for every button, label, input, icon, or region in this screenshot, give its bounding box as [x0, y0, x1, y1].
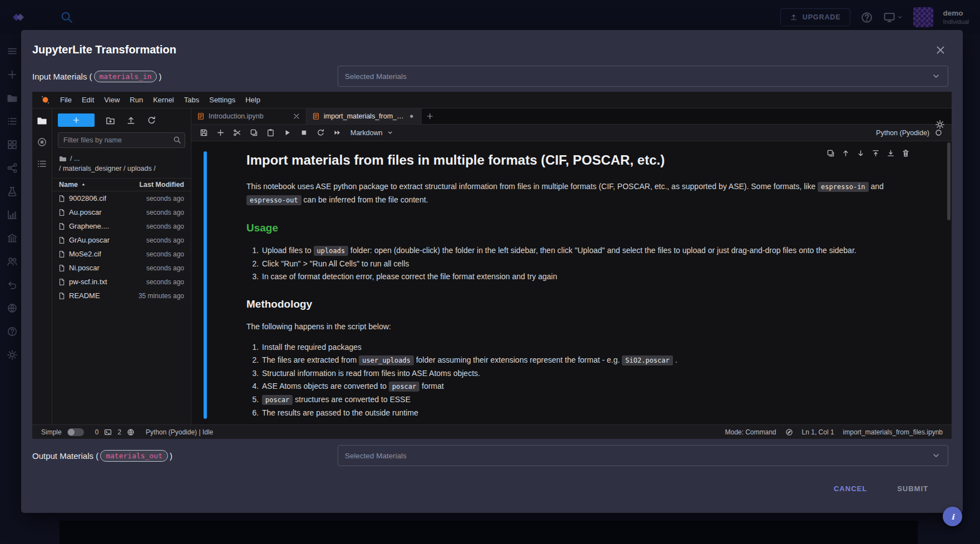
- terminals-count: 0: [95, 428, 99, 436]
- menu-run[interactable]: Run: [125, 93, 148, 106]
- info-fab[interactable]: i: [943, 507, 962, 526]
- submit-button[interactable]: SUBMIT: [894, 480, 932, 497]
- md-title: Import materials from files in multiple …: [246, 151, 909, 169]
- inline-code: espresso-out: [246, 195, 301, 205]
- file-modified: seconds ago: [146, 236, 184, 244]
- tab-label: Introduction.ipynb: [209, 112, 289, 120]
- input-materials-select[interactable]: Selected Materials: [338, 66, 948, 87]
- menu-kernel[interactable]: Kernel: [148, 93, 179, 106]
- new-folder-button[interactable]: [106, 116, 115, 125]
- list-item: poscar structures are converted to ESSE: [261, 393, 909, 407]
- scrollbar-thumb[interactable]: [947, 142, 951, 220]
- move-down-button[interactable]: [855, 148, 865, 158]
- list-item: Click "Run" > "Run All Cells" to run all…: [261, 258, 909, 270]
- markdown-cell[interactable]: Import materials from files in multiple …: [246, 151, 909, 419]
- file-row[interactable]: GrAu.poscarseconds ago: [52, 233, 191, 247]
- tab-bar: Introduction.ipynbimport_materials_from_…: [191, 108, 952, 125]
- edit-mode-icon[interactable]: [785, 428, 793, 436]
- cell-toolbar: [825, 148, 910, 158]
- menu-settings[interactable]: Settings: [204, 93, 240, 106]
- notebook-scrollbar[interactable]: [947, 142, 951, 423]
- inline-code: poscar: [262, 395, 293, 405]
- duplicate-button[interactable]: [825, 148, 835, 158]
- md-methodology-list: Install the required packagesThe files a…: [246, 341, 909, 419]
- file-row[interactable]: MoSe2.cifseconds ago: [52, 247, 191, 261]
- cut-button[interactable]: [230, 127, 244, 139]
- filter-files-input[interactable]: [58, 132, 185, 148]
- close-button[interactable]: [935, 44, 946, 56]
- menu-edit[interactable]: Edit: [77, 93, 99, 106]
- new-tab-button[interactable]: [422, 108, 438, 124]
- file-row[interactable]: 9002806.cifseconds ago: [52, 191, 191, 205]
- output-materials-select[interactable]: Selected Materials: [338, 445, 948, 466]
- plus-icon: [72, 116, 80, 124]
- terminal-icon: [104, 428, 112, 436]
- save-button[interactable]: [197, 127, 210, 139]
- info-icon: i: [948, 512, 958, 522]
- cursor-position[interactable]: Ln 1, Col 1: [802, 428, 834, 436]
- inline-code: user_uploads: [359, 355, 414, 365]
- breadcrumb[interactable]: / ... / materials_designer / uploads /: [52, 153, 191, 178]
- input-materials-label: Input Materials (materials_in): [32, 71, 161, 82]
- jupyter-main: Introduction.ipynbimport_materials_from_…: [191, 108, 952, 424]
- insert-below-button[interactable]: [885, 148, 895, 158]
- globe-icon: [127, 428, 135, 436]
- menu-help[interactable]: Help: [240, 93, 265, 106]
- menu-tabs[interactable]: Tabs: [179, 93, 204, 106]
- list-item: The results are passed to the outside ru…: [261, 407, 909, 419]
- breadcrumb-top[interactable]: / ...: [70, 154, 80, 164]
- md-intro-paragraph: This notebook uses ASE python package to…: [246, 180, 909, 207]
- breadcrumb-path[interactable]: / materials_designer / uploads /: [59, 164, 184, 174]
- cancel-button[interactable]: CANCEL: [830, 480, 870, 497]
- folder-tab-button[interactable]: [37, 115, 47, 126]
- md-methodology-intro: The following happens in the script belo…: [246, 320, 909, 333]
- jupyter-menu: FileEditViewRunKernelTabsSettingsHelp: [55, 93, 265, 106]
- file-row[interactable]: Graphene....seconds ago: [52, 219, 191, 233]
- tab-label: import_materials_from_file: [324, 112, 404, 120]
- property-inspector-gear-button[interactable]: [935, 120, 945, 130]
- file-modified: seconds ago: [146, 222, 184, 230]
- file-modified: seconds ago: [146, 250, 184, 258]
- doc-icon: [58, 264, 66, 272]
- run-button[interactable]: [280, 127, 294, 139]
- notebook-tab[interactable]: Introduction.ipynb: [191, 108, 306, 124]
- new-launcher-button[interactable]: [58, 113, 95, 127]
- notebook-icon: [312, 112, 320, 120]
- input-label-prefix: Input Materials (: [32, 72, 92, 81]
- menu-file[interactable]: File: [55, 93, 77, 106]
- upload-button[interactable]: [126, 116, 136, 125]
- move-up-button[interactable]: [840, 148, 850, 158]
- insert-above-button[interactable]: [870, 148, 880, 158]
- input-label-suffix: ): [159, 72, 161, 81]
- refresh-button[interactable]: [147, 116, 156, 125]
- cell-type-dropdown[interactable]: Markdown: [350, 129, 394, 137]
- kernel-indicator[interactable]: Python (Pyodide): [876, 128, 946, 137]
- ffwd-button[interactable]: [330, 127, 344, 139]
- file-row[interactable]: pw-scf.in.txtseconds ago: [52, 275, 191, 289]
- plus-button[interactable]: [214, 127, 227, 139]
- copy-button[interactable]: [247, 127, 260, 139]
- delete-button[interactable]: [900, 148, 910, 158]
- file-modified: seconds ago: [146, 209, 184, 216]
- file-row[interactable]: Ni.poscarseconds ago: [52, 261, 191, 275]
- simple-interface-toggle[interactable]: [67, 428, 84, 436]
- menu-view[interactable]: View: [99, 93, 125, 106]
- materials-in-chip: materials_in: [94, 71, 157, 82]
- doc-icon: [58, 236, 66, 244]
- paste-button[interactable]: [264, 127, 277, 139]
- column-last-modified[interactable]: Last Modified: [139, 181, 184, 189]
- notebook-tab[interactable]: import_materials_from_file: [306, 108, 422, 124]
- simple-label: Simple: [41, 428, 62, 436]
- tab-close-button[interactable]: [293, 112, 300, 120]
- restart-button[interactable]: [314, 127, 327, 139]
- file-row[interactable]: README35 minutes ago: [52, 289, 191, 303]
- stop-button[interactable]: [297, 127, 310, 139]
- stop-circle-tab-button[interactable]: [37, 137, 47, 147]
- modal-header: JupyterLite Transformation: [21, 30, 963, 65]
- file-row[interactable]: Au.poscarseconds ago: [52, 205, 191, 219]
- doc-icon: [58, 209, 66, 216]
- file-browser: / ... / materials_designer / uploads / N…: [52, 108, 191, 424]
- column-name[interactable]: Name: [59, 181, 86, 189]
- notebook-canvas[interactable]: Import materials from files in multiple …: [191, 141, 952, 424]
- list-tab-button[interactable]: [37, 159, 47, 169]
